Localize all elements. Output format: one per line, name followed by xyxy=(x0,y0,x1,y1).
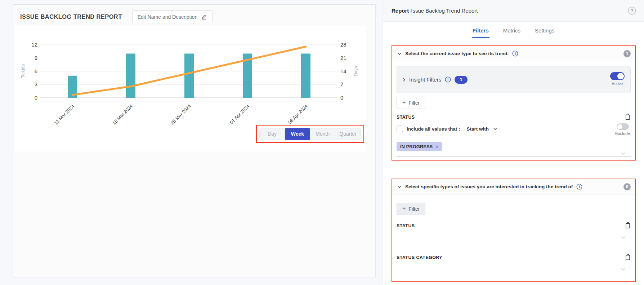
svg-text:i: i xyxy=(579,185,580,189)
svg-text:?: ? xyxy=(631,8,634,13)
tab-filters[interactable]: Filters xyxy=(472,25,489,38)
svg-text:i: i xyxy=(515,52,516,56)
svg-text:18 Mar 2024: 18 Mar 2024 xyxy=(111,104,134,126)
active-toggle-label: Active xyxy=(612,82,623,86)
add-filter-button[interactable]: + Filter xyxy=(397,97,425,109)
match-type-value: Start with xyxy=(467,126,489,132)
panel-header: ReportIssue Backlog Trend Report xyxy=(383,0,644,22)
svg-text:11 Mar 2024: 11 Mar 2024 xyxy=(53,104,76,126)
section2-header[interactable]: Select specific types of issues you are … xyxy=(392,179,635,194)
exclude-toggle-label: Exclude xyxy=(615,131,630,136)
section2-title: Select specific types of issues you are … xyxy=(405,184,573,189)
include-all-values-checkbox[interactable] xyxy=(397,126,403,132)
svg-text:0: 0 xyxy=(340,95,343,101)
status-chip-in-progress[interactable]: IN PROGRESS × xyxy=(397,142,442,151)
svg-text:08 Apr 2024: 08 Apr 2024 xyxy=(287,104,309,125)
plus-icon: + xyxy=(402,206,406,212)
edit-button-label: Edit Name and Description xyxy=(138,14,198,20)
status-select-chevron-icon[interactable] xyxy=(621,234,626,241)
period-annotation-box: DayWeekMonthQuarter xyxy=(256,125,364,143)
tab-metrics[interactable]: Metrics xyxy=(502,25,521,38)
help-icon: ? xyxy=(628,6,636,15)
svg-text:21: 21 xyxy=(340,55,346,61)
annotation-box-current-issue-type: Select the current issue type to see its… xyxy=(392,45,636,161)
pencil-icon xyxy=(201,14,207,20)
svg-text:6: 6 xyxy=(35,68,37,74)
chip-label: IN PROGRESS xyxy=(400,144,433,149)
svg-text:25 Mar 2024: 25 Mar 2024 xyxy=(170,104,192,126)
trash-icon[interactable] xyxy=(625,113,631,121)
svg-text:9: 9 xyxy=(35,55,37,61)
info-icon[interactable]: i xyxy=(512,51,518,57)
report-config-panel: ReportIssue Backlog Trend Report ? Filte… xyxy=(383,0,644,285)
period-button-quarter[interactable]: Quarter xyxy=(335,128,361,140)
annotation-box-specific-issue-types: Select specific types of issues you are … xyxy=(392,179,636,282)
include-all-values-label: Include all values that : xyxy=(407,126,460,132)
section1-title: Select the current issue type to see its… xyxy=(405,51,509,56)
trash-icon[interactable] xyxy=(625,222,631,230)
tab-bar: FiltersMetricsSettings xyxy=(383,25,644,38)
add-filter-label: Filter xyxy=(408,206,420,212)
period-toggle-group: DayWeekMonthQuarter xyxy=(259,128,361,140)
section1-header[interactable]: Select the current issue type to see its… xyxy=(392,46,635,61)
svg-text:01 Apr 2024: 01 Apr 2024 xyxy=(229,104,250,125)
panel-header-title: Issue Backlog Trend Report xyxy=(411,8,478,14)
active-toggle[interactable] xyxy=(610,72,625,80)
status-category-select-chevron-icon[interactable] xyxy=(621,266,626,272)
report-card: ISSUE BACKLOG TREND REPORT Edit Name and… xyxy=(13,4,376,277)
svg-text:i: i xyxy=(447,78,448,82)
info-icon[interactable]: i xyxy=(445,76,451,83)
svg-text:7: 7 xyxy=(340,81,343,87)
chevron-right-icon[interactable] xyxy=(403,78,406,82)
period-button-month[interactable]: Month xyxy=(310,128,335,140)
svg-text:0: 0 xyxy=(35,95,37,101)
status-value-select[interactable] xyxy=(397,243,631,243)
svg-text:3: 3 xyxy=(35,81,37,87)
edit-name-description-button[interactable]: Edit Name and Description xyxy=(132,10,213,23)
period-button-week[interactable]: Week xyxy=(285,128,310,140)
svg-text:28: 28 xyxy=(340,41,346,48)
status-value-select[interactable] xyxy=(397,157,631,157)
status-filter-label: STATUS xyxy=(397,115,415,120)
tab-settings[interactable]: Settings xyxy=(534,25,555,38)
insight-filters-card: Insight Filters i 1 Active xyxy=(397,66,631,93)
add-filter-label: Filter xyxy=(408,100,420,106)
chevron-down-icon[interactable] xyxy=(397,52,402,55)
svg-text:12: 12 xyxy=(31,41,37,48)
exclude-toggle[interactable] xyxy=(617,123,629,130)
insight-filters-label: Insight Filters xyxy=(409,76,441,83)
svg-text:Days: Days xyxy=(353,66,358,76)
chevron-down-icon xyxy=(493,127,497,130)
page-title: ISSUE BACKLOG TREND REPORT xyxy=(20,13,122,20)
status-select-chevron-icon[interactable] xyxy=(621,150,626,157)
status-filter-label: STATUS xyxy=(397,223,415,228)
section2-count-badge: 0 xyxy=(623,183,631,190)
chevron-down-icon[interactable] xyxy=(397,185,402,188)
plus-icon: + xyxy=(402,100,406,106)
svg-text:Tickets: Tickets xyxy=(21,64,26,78)
status-category-filter-label: STATUS CATEGORY xyxy=(397,255,442,260)
section1-count-badge: 1 xyxy=(623,50,631,57)
chip-close-icon[interactable]: × xyxy=(435,144,438,149)
period-button-day[interactable]: Day xyxy=(260,128,285,140)
insight-filters-count-pill: 1 xyxy=(455,76,468,84)
info-icon[interactable]: i xyxy=(576,184,582,190)
match-type-dropdown[interactable]: Start with xyxy=(467,126,498,132)
trash-icon[interactable] xyxy=(625,254,631,262)
panel-header-label: Report xyxy=(392,8,409,14)
help-button[interactable]: ? xyxy=(628,6,636,15)
svg-text:14: 14 xyxy=(340,68,346,74)
add-filter-button[interactable]: + Filter xyxy=(397,203,425,215)
